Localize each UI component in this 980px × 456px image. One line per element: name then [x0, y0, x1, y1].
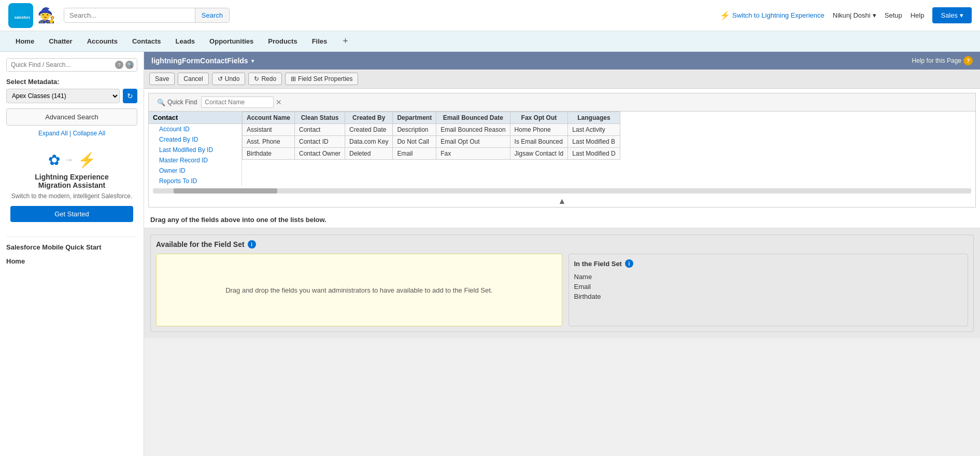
cell-datacom-key[interactable]: Data.com Key [345, 136, 393, 148]
sidebar-quick-find-bar[interactable]: ? 🔍 [6, 58, 137, 72]
quick-find-label: Quick Find [167, 99, 197, 106]
field-set-item-birthdate[interactable]: Birthdate [574, 292, 963, 301]
in-field-set-info-icon[interactable]: i [625, 259, 633, 268]
select-metadata-label: Select Metadata: [6, 78, 137, 86]
field-set-area: Available for the Field Set i Drag and d… [144, 228, 980, 338]
col-header-fax-opt-out: Fax Opt Out [510, 112, 568, 124]
in-field-set-box: In the Field Set i Name Email Birthdate [569, 254, 969, 326]
cell-created-date[interactable]: Created Date [345, 124, 393, 136]
tree-item-created-by-id[interactable]: Created By ID [149, 134, 242, 145]
nav-accounts[interactable]: Accounts [80, 31, 125, 52]
available-drop-zone[interactable]: Drag and drop the fields you want admini… [156, 254, 562, 326]
nav-opportunities[interactable]: Opportunities [202, 31, 261, 52]
cancel-button[interactable]: Cancel [178, 73, 208, 85]
editor-toolbar: Save Cancel ↺ Undo ↻ Redo ⊞ Field Set Pr… [144, 70, 980, 89]
col-header-clean-status: Clean Status [295, 112, 345, 124]
redo-button[interactable]: ↻ Redo [248, 73, 282, 85]
sidebar-home-item[interactable]: Home [6, 257, 137, 265]
cell-do-not-call[interactable]: Do Not Call [393, 136, 436, 148]
scrollbar-thumb[interactable] [174, 188, 277, 194]
field-set-properties-button[interactable]: ⊞ Field Set Properties [285, 73, 358, 85]
migration-desc: Switch to the modern, intelligent Salesf… [10, 192, 133, 200]
tree-item-account-id[interactable]: Account ID [149, 124, 242, 134]
body-layout: ? 🔍 Select Metadata: Apex Classes (141) … [0, 52, 980, 456]
cell-asst-phone[interactable]: Asst. Phone [243, 136, 295, 148]
cell-last-modified-d[interactable]: Last Modified D [568, 148, 620, 160]
contact-tree: Contact Account ID Created By ID Last Mo… [149, 112, 242, 186]
cell-jigsaw-contact-id[interactable]: Jigsaw Contact Id [510, 148, 568, 160]
sales-dropdown-icon: ▾ [960, 11, 963, 19]
available-drop-text: Drag and drop the fields you want admini… [225, 286, 492, 294]
save-button[interactable]: Save [149, 73, 175, 85]
cell-birthdate[interactable]: Birthdate [243, 148, 295, 160]
cell-is-email-bounced[interactable]: Is Email Bounced [510, 136, 568, 148]
undo-icon: ↺ [218, 75, 223, 82]
setup-link[interactable]: Setup [885, 11, 902, 19]
tree-item-owner-id[interactable]: Owner ID [149, 165, 242, 176]
undo-button[interactable]: ↺ Undo [212, 73, 246, 85]
tree-item-last-modified-by-id[interactable]: Last Modified By ID [149, 145, 242, 155]
expand-all-link[interactable]: Expand All [38, 130, 68, 137]
cell-deleted[interactable]: Deleted [345, 148, 393, 160]
cell-assistant[interactable]: Assistant [243, 124, 295, 136]
field-set-item-email[interactable]: Email [574, 282, 963, 292]
nav-leads[interactable]: Leads [168, 31, 203, 52]
mobile-quick-start-section[interactable]: Salesforce Mobile Quick Start [6, 237, 137, 251]
metadata-select[interactable]: Apex Classes (141) [6, 89, 120, 103]
cell-last-modified-b[interactable]: Last Modified B [568, 136, 620, 148]
search-icon: 🔍 [157, 99, 165, 106]
global-search-bar[interactable]: Search [64, 8, 230, 23]
title-dropdown-icon[interactable]: ▾ [251, 58, 254, 64]
nav-home[interactable]: Home [8, 31, 41, 52]
collapse-all-link[interactable]: Collapse All [73, 130, 105, 137]
horizontal-scrollbar[interactable] [153, 188, 971, 194]
tree-item-reports-to-id[interactable]: Reports To ID [149, 176, 242, 186]
refresh-button[interactable]: ↻ [123, 89, 137, 103]
search-circle-icon[interactable]: 🔍 [125, 61, 134, 69]
mascot-icon: 🧙 [37, 7, 55, 24]
fields-grid-wrapper: Account Name Clean Status Created By Dep… [242, 112, 975, 186]
table-row: Birthdate Contact Owner Deleted Email Fa… [243, 148, 620, 160]
cell-home-phone[interactable]: Home Phone [510, 124, 568, 136]
col-header-department: Department [393, 112, 436, 124]
cell-email[interactable]: Email [393, 148, 436, 160]
tree-item-master-record-id[interactable]: Master Record ID [149, 155, 242, 165]
nav-chatter[interactable]: Chatter [41, 31, 80, 52]
help-link[interactable]: Help [911, 11, 925, 19]
quick-find-clear-icon[interactable]: ✕ [276, 98, 282, 106]
cell-contact-id[interactable]: Contact ID [295, 136, 345, 148]
table-icon: ⊞ [291, 75, 296, 82]
cell-fax[interactable]: Fax [436, 148, 510, 160]
available-info-icon[interactable]: i [248, 240, 256, 248]
nav-products[interactable]: Products [261, 31, 304, 52]
user-dropdown-icon: ▾ [873, 11, 876, 19]
global-search-input[interactable] [64, 8, 195, 22]
cell-contact-owner[interactable]: Contact Owner [295, 148, 345, 160]
cell-last-activity[interactable]: Last Activity [568, 124, 620, 136]
expand-collapse-links: Expand All | Collapse All [6, 130, 137, 137]
cell-description[interactable]: Description [393, 124, 436, 136]
migration-box: ✿ → ⚡ Lightning ExperienceMigration Assi… [6, 145, 137, 228]
help-for-page-link[interactable]: Help for this Page ? [912, 56, 973, 65]
advanced-search-box[interactable]: Advanced Search [6, 108, 137, 126]
cell-email-bounced-reason[interactable]: Email Bounced Reason [436, 124, 510, 136]
global-search-button[interactable]: Search [195, 8, 229, 22]
panel-up-icon[interactable]: ▲ [558, 197, 566, 205]
nav-files[interactable]: Files [305, 31, 335, 52]
quick-find-input[interactable] [201, 96, 274, 108]
in-field-set-title: In the Field Set i [574, 259, 963, 268]
sidebar-search-input[interactable] [7, 59, 112, 71]
nav-more-button[interactable]: + [334, 31, 357, 52]
sales-app-button[interactable]: Sales ▾ [932, 7, 972, 23]
cell-contact[interactable]: Contact [295, 124, 345, 136]
help-circle-icon[interactable]: ? [115, 61, 123, 69]
flower-icon: ✿ [48, 151, 60, 169]
available-title-text: Available for the Field Set [156, 240, 245, 248]
get-started-button[interactable]: Get Started [10, 206, 133, 222]
contact-tree-header: Contact [149, 112, 242, 124]
cell-email-opt-out[interactable]: Email Opt Out [436, 136, 510, 148]
lightning-switch-link[interactable]: ⚡ Switch to Lightning Experience [720, 10, 825, 20]
user-menu[interactable]: Nikunj Doshi ▾ [833, 11, 876, 19]
nav-contacts[interactable]: Contacts [125, 31, 168, 52]
field-set-item-name[interactable]: Name [574, 272, 963, 282]
